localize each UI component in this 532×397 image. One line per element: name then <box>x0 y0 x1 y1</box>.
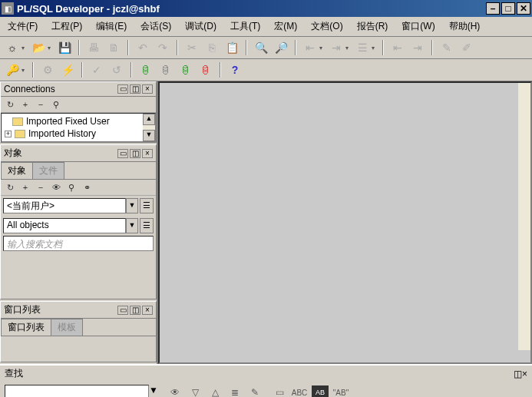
pane-dock-icon[interactable]: ▭ <box>117 84 128 94</box>
pane-close-icon[interactable]: × <box>142 306 153 315</box>
key-icon[interactable]: 🔑 <box>3 61 21 78</box>
print-icon[interactable]: 🖶 <box>84 39 103 56</box>
find-next-icon[interactable]: 🔎 <box>272 39 290 56</box>
menu-session[interactable]: 会话(S) <box>137 19 174 34</box>
copy-icon[interactable]: ⎘ <box>203 39 221 56</box>
objects-header[interactable]: 对象 ▭ ◫ × <box>1 145 156 162</box>
find-all-icon[interactable]: ≣ <box>227 385 243 397</box>
pane-pin-icon[interactable]: ◫ <box>130 149 140 158</box>
menu-debug[interactable]: 调试(D) <box>182 19 220 34</box>
tree-item[interactable]: Imported Fixed User <box>3 115 154 127</box>
scroll-up-icon[interactable]: ▲ <box>143 114 155 125</box>
pane-close-icon[interactable]: × <box>142 149 153 158</box>
filter-icon[interactable]: ⚲ <box>65 181 78 194</box>
filter-list-icon[interactable]: ☰ <box>140 218 154 233</box>
new-icon[interactable]: ☼ <box>3 39 21 56</box>
break-icon[interactable]: ⚡ <box>58 61 77 78</box>
menu-tools[interactable]: 工具(T) <box>227 19 263 34</box>
menu-doc[interactable]: 文档(O) <box>308 19 345 34</box>
paste-icon[interactable]: 📋 <box>223 39 241 56</box>
key-dropdown[interactable]: ▾ <box>21 67 28 74</box>
maximize-button[interactable]: □ <box>501 2 515 15</box>
quoted-icon[interactable]: "AB" <box>333 385 349 397</box>
find-prev-icon[interactable]: △ <box>207 385 223 397</box>
rollback-icon[interactable]: ↺ <box>107 61 126 78</box>
refresh-icon[interactable]: ↻ <box>4 181 16 194</box>
dropdown-arrow-icon[interactable]: ▼ <box>126 218 138 233</box>
bookmark-list-dropdown[interactable]: ▾ <box>372 45 378 51</box>
indent-icon[interactable]: ⇥ <box>408 39 427 56</box>
bookmark-list-icon[interactable]: ☰ <box>353 39 372 56</box>
editor-scrollbar[interactable] <box>518 83 530 350</box>
remove-icon[interactable]: − <box>35 181 47 194</box>
bookmark-add-dropdown[interactable]: ▾ <box>319 45 325 51</box>
options-icon[interactable]: ▭ <box>272 385 287 397</box>
connections-tree[interactable]: Imported Fixed User + Imported History ▲… <box>1 113 156 142</box>
scroll-down-icon[interactable]: ▼ <box>143 130 155 141</box>
tab-files[interactable]: 文件 <box>32 162 64 179</box>
connections-header[interactable]: Connections ▭ ◫ × <box>1 82 156 97</box>
pane-pin-icon[interactable]: ◫ <box>130 306 140 315</box>
save-icon[interactable]: 💾 <box>55 39 74 56</box>
cut-icon[interactable]: ✂ <box>183 39 201 56</box>
outdent-icon[interactable]: ⇤ <box>388 39 407 56</box>
menu-edit[interactable]: 编辑(E) <box>93 19 130 34</box>
search-combo[interactable]: ▼ <box>5 385 158 397</box>
db-icon-4[interactable]: 🛢 <box>197 61 215 78</box>
new-dropdown[interactable]: ▾ <box>21 45 28 51</box>
case-icon[interactable]: ABC <box>292 385 307 397</box>
tab-template[interactable]: 模板 <box>51 319 83 336</box>
pane-close-icon[interactable]: × <box>142 84 153 94</box>
open-icon[interactable]: 📂 <box>29 39 48 56</box>
menu-report[interactable]: 报告(R) <box>354 19 392 34</box>
find-next-icon[interactable]: ▽ <box>187 385 203 397</box>
refresh-icon[interactable]: ↻ <box>4 98 16 111</box>
dropdown-arrow-icon[interactable]: ▼ <box>149 385 158 397</box>
open-dropdown[interactable]: ▾ <box>48 45 54 51</box>
menu-window[interactable]: 窗口(W) <box>398 19 438 34</box>
menu-file[interactable]: 文件(F) <box>5 19 41 34</box>
add-icon[interactable]: + <box>19 181 31 194</box>
bookmark-next-icon[interactable]: ⇥ <box>327 39 345 56</box>
user-list-icon[interactable]: ☰ <box>140 198 154 213</box>
replace-icon[interactable]: ✎ <box>247 385 263 397</box>
connect-icon[interactable]: ⚲ <box>50 98 62 111</box>
help-icon[interactable]: ? <box>226 61 244 78</box>
link-icon[interactable]: ⚭ <box>81 181 93 194</box>
pane-close-icon[interactable]: × <box>522 369 527 379</box>
windows-header[interactable]: 窗口列表 ▭ ◫ × <box>1 302 156 319</box>
minimize-button[interactable]: – <box>486 2 500 15</box>
close-button[interactable]: ✕ <box>517 2 530 15</box>
menu-project[interactable]: 工程(P) <box>48 19 85 34</box>
pane-pin-icon[interactable]: ◫ <box>130 84 140 94</box>
filter-dropdown[interactable]: All objects ▼ ☰ <box>3 218 154 233</box>
beautify-icon[interactable]: ✎ <box>438 39 456 56</box>
pane-dock-icon[interactable]: ▭ <box>117 149 128 158</box>
search-input[interactable] <box>5 385 149 397</box>
search-icon[interactable]: 👁 <box>50 181 62 194</box>
tab-objects[interactable]: 对象 <box>1 162 33 179</box>
undo-icon[interactable]: ↶ <box>134 39 152 56</box>
db-icon-3[interactable]: 🛢 <box>177 61 195 78</box>
db-icon-2[interactable]: 🛢 <box>157 61 175 78</box>
menu-macro[interactable]: 宏(M) <box>271 19 300 34</box>
expand-icon[interactable]: + <box>5 131 12 137</box>
remove-icon[interactable]: − <box>35 98 47 111</box>
pane-pin-icon[interactable]: ◫ <box>514 369 522 379</box>
tab-window-list[interactable]: 窗口列表 <box>1 319 51 336</box>
user-dropdown[interactable]: <当前用户> ▼ ☰ <box>3 198 154 213</box>
print-preview-icon[interactable]: 🗎 <box>104 39 123 56</box>
dropdown-arrow-icon[interactable]: ▼ <box>126 198 138 213</box>
commit-icon[interactable]: ✓ <box>88 61 106 78</box>
redo-icon[interactable]: ↷ <box>154 39 172 56</box>
search-header[interactable]: 查找 ◫ × <box>0 364 532 382</box>
execute-icon[interactable]: ⚙ <box>38 61 57 78</box>
tree-item[interactable]: + Imported History <box>3 127 154 140</box>
object-search-input[interactable]: 输入搜索文档 <box>3 236 154 251</box>
whole-word-icon[interactable]: AB <box>312 385 329 397</box>
bookmark-next-dropdown[interactable]: ▾ <box>345 45 352 51</box>
bookmark-add-icon[interactable]: ⇤ <box>301 39 319 56</box>
format-icon[interactable]: ✐ <box>458 39 476 56</box>
db-icon-1[interactable]: 🛢 <box>137 61 155 78</box>
menu-help[interactable]: 帮助(H) <box>446 19 484 34</box>
